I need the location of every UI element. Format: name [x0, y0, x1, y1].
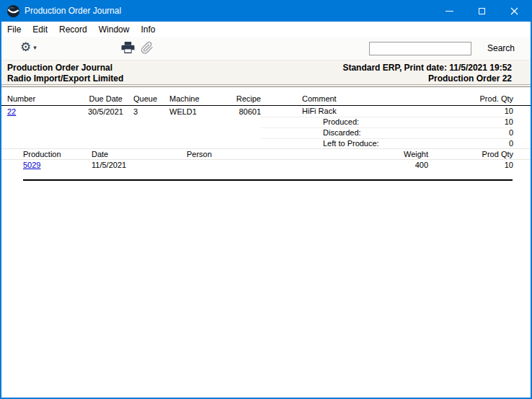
report-title: Production Order Journal [7, 63, 123, 73]
maximize-icon [479, 8, 485, 14]
column-header-recipe: Recipe [210, 94, 261, 105]
app-window: Production Order Journal File Edit Recor… [0, 0, 532, 399]
operations-menu-button[interactable]: ⚙ ▾ [20, 41, 37, 53]
productions-header-row: Production Date Person Weight Prod Qty [1, 149, 531, 160]
cell-number: 22 [7, 107, 88, 117]
cell-prod-qty: 10 [463, 106, 513, 117]
print-button[interactable] [121, 42, 135, 54]
order-number-link[interactable]: 22 [7, 107, 16, 116]
order-row: 22 30/5/2021 3 WELD1 80601 HiFi Rack 10 [1, 106, 531, 117]
detail-row-left-to-produce: Left to Produce: 0 [1, 138, 531, 149]
column-header-queue: Queue [123, 94, 167, 105]
production-row: 5029 11/5/2021 400 10 [1, 160, 531, 171]
cell-due-date: 30/5/2021 [88, 107, 123, 117]
column-header-weight: Weight [298, 149, 428, 160]
menu-bar: File Edit Record Window Info [1, 22, 531, 37]
column-header-machine: Machine [167, 94, 210, 105]
cell-production: 5029 [23, 160, 92, 171]
search-input[interactable] [369, 42, 471, 55]
detail-label: Left to Produce: [261, 138, 463, 149]
column-header-production: Production [23, 149, 92, 160]
report-order-ref: Production Order 22 [342, 73, 512, 84]
orders-header-row: Number Due Date Queue Machine Recipe Com… [1, 87, 531, 106]
detail-value: 0 [463, 127, 513, 139]
minimize-icon [445, 11, 453, 12]
column-header-number: Number [7, 94, 88, 105]
report-header: Production Order Journal Radio Import/Ex… [1, 60, 531, 84]
menu-file[interactable]: File [1, 22, 27, 37]
report-print-info: Standard ERP, Print date: 11/5/2021 19:5… [342, 63, 512, 73]
attachments-button[interactable] [141, 41, 154, 55]
detail-value: 10 [463, 117, 513, 128]
close-button[interactable] [498, 0, 531, 22]
detail-value: 0 [463, 138, 513, 149]
printer-icon [121, 42, 135, 54]
production-number-link[interactable]: 5029 [23, 161, 40, 169]
column-header-sub-prod-qty: Prod Qty [428, 149, 513, 160]
column-header-person: Person [187, 149, 298, 160]
minimize-button[interactable] [433, 0, 466, 22]
cell-queue: 3 [123, 107, 167, 117]
cell-comment: HiFi Rack [261, 106, 463, 117]
caret-down-icon: ▾ [33, 44, 37, 51]
cell-recipe: 80601 [210, 107, 261, 117]
detail-label: Produced: [261, 117, 463, 128]
gear-icon: ⚙ [20, 41, 31, 53]
column-header-date: Date [92, 149, 187, 160]
title-bar: Production Order Journal [1, 0, 531, 22]
cell-weight: 400 [298, 160, 428, 171]
detail-row-discarded: Discarded: 0 [1, 127, 531, 138]
report-body: Number Due Date Queue Machine Recipe Com… [1, 87, 531, 398]
column-header-due-date: Due Date [88, 94, 123, 105]
detail-row-produced: Produced: 10 [1, 117, 531, 127]
menu-record[interactable]: Record [53, 22, 93, 37]
record-end-line [23, 179, 513, 181]
window-title: Production Order Journal [25, 6, 433, 16]
column-header-comment: Comment [261, 94, 463, 105]
column-header-prod-qty: Prod. Qty [463, 94, 513, 105]
toolbar: ⚙ ▾ Search [1, 37, 531, 60]
report-company: Radio Import/Export Limited [7, 73, 123, 84]
detail-label: Discarded: [261, 127, 463, 139]
app-icon [6, 4, 20, 18]
cell-machine: WELD1 [167, 107, 210, 117]
cell-sub-prod-qty: 10 [428, 160, 513, 171]
menu-window[interactable]: Window [93, 22, 136, 37]
menu-info[interactable]: Info [135, 22, 161, 37]
cell-date: 11/5/2021 [92, 160, 187, 171]
close-icon [510, 7, 518, 15]
paperclip-icon [141, 41, 154, 55]
maximize-button[interactable] [466, 0, 498, 22]
search-button[interactable]: Search [487, 43, 515, 53]
menu-edit[interactable]: Edit [27, 22, 53, 37]
